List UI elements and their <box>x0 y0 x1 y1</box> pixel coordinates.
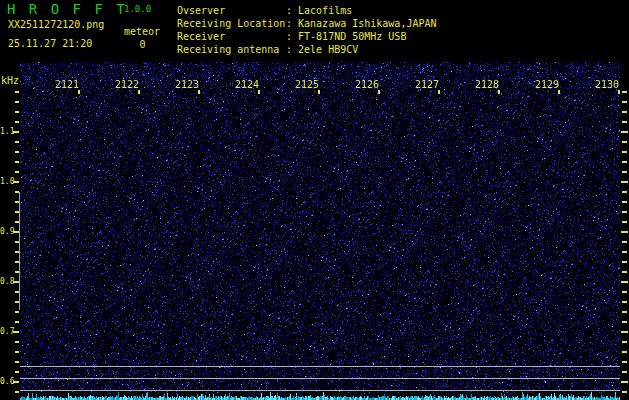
minute-tick <box>78 90 80 94</box>
freq-tick-left <box>13 131 19 133</box>
x-axis-time-label: 2121 <box>55 79 79 90</box>
freq-tick-left <box>15 261 19 263</box>
freq-tick-left <box>15 101 19 103</box>
freq-tick-right <box>621 131 628 133</box>
info-value: Lacofilms <box>298 5 352 16</box>
freq-tick-left <box>15 301 19 303</box>
freq-tick-left <box>15 141 19 143</box>
y-axis-unit-label: kHz <box>1 75 19 86</box>
x-axis-time-label: 2126 <box>355 79 379 90</box>
freq-tick-left <box>15 311 19 313</box>
x-axis-time-label: 2129 <box>535 79 559 90</box>
freq-tick-left <box>15 201 19 203</box>
meteor-count-label: meteor <box>124 26 160 37</box>
freq-tick-right <box>622 151 627 153</box>
freq-tick-right <box>621 381 628 383</box>
freq-tick-left <box>13 281 19 283</box>
hrofft-window: H R O F F T 1.0.0 XX2511272120.png meteo… <box>0 0 629 400</box>
freq-tick-left <box>15 321 19 323</box>
freq-tick-right <box>622 111 627 113</box>
x-axis-time-label: 2130 <box>595 79 619 90</box>
freq-tick-right <box>622 161 627 163</box>
station-info-block: Ovserver:LacofilmsReceiving Location:Kan… <box>177 4 437 56</box>
freq-tick-left <box>15 211 19 213</box>
freq-tick-right <box>622 391 627 393</box>
info-value: 2ele HB9CV <box>298 44 358 55</box>
freq-tick-left <box>15 121 19 123</box>
y-axis-freq-label: 0.6 <box>0 377 13 386</box>
freq-tick-right <box>622 371 627 373</box>
freq-tick-left <box>15 111 19 113</box>
freq-tick-left <box>15 371 19 373</box>
freq-tick-left <box>13 181 19 183</box>
minute-tick <box>618 90 620 94</box>
freq-tick-right <box>622 301 627 303</box>
freq-tick-right <box>622 241 627 243</box>
freq-tick-right <box>621 181 628 183</box>
freq-tick-left <box>15 91 19 93</box>
info-separator: : <box>286 44 292 55</box>
minute-tick <box>498 90 500 94</box>
info-value: Kanazawa Ishikawa,JAPAN <box>298 18 436 29</box>
minute-tick <box>258 90 260 94</box>
x-axis-time-label: 2122 <box>115 79 139 90</box>
station-info-row: Ovserver:Lacofilms <box>177 4 437 17</box>
freq-tick-right <box>622 251 627 253</box>
freq-tick-left <box>13 331 19 333</box>
freq-tick-left <box>13 381 19 383</box>
freq-tick-left <box>15 191 19 193</box>
info-label: Receiving antenna <box>177 43 286 56</box>
output-filename: XX2511272120.png <box>8 19 104 30</box>
minute-tick <box>438 90 440 94</box>
info-value: FT-817ND 50MHz USB <box>298 31 406 42</box>
x-axis-time-label: 2128 <box>475 79 499 90</box>
freq-tick-left <box>15 351 19 353</box>
freq-tick-right <box>622 361 627 363</box>
minute-tick <box>198 90 200 94</box>
freq-tick-right <box>622 351 627 353</box>
freq-tick-right <box>621 281 628 283</box>
station-info-row: Receiving antenna:2ele HB9CV <box>177 43 437 56</box>
freq-tick-right <box>621 331 628 333</box>
minute-tick <box>378 90 380 94</box>
app-title: H R O F F T <box>7 1 127 17</box>
freq-tick-right <box>622 121 627 123</box>
spectrogram-canvas <box>20 62 620 400</box>
freq-tick-left <box>15 271 19 273</box>
minute-tick <box>558 90 560 94</box>
station-info-row: Receiving Location:Kanazawa Ishikawa,JAP… <box>177 17 437 30</box>
freq-tick-left <box>15 161 19 163</box>
freq-tick-left <box>15 171 19 173</box>
freq-tick-left <box>15 221 19 223</box>
freq-tick-left <box>15 241 19 243</box>
meteor-count-value: 0 <box>124 39 161 50</box>
y-axis-freq-label: 1.0 <box>0 177 13 186</box>
freq-tick-right <box>622 271 627 273</box>
freq-tick-left <box>15 361 19 363</box>
freq-tick-right <box>622 141 627 143</box>
freq-tick-right <box>622 201 627 203</box>
info-separator: : <box>286 5 292 16</box>
freq-tick-left <box>15 391 19 393</box>
x-axis-time-label: 2125 <box>295 79 319 90</box>
freq-tick-left <box>13 231 19 233</box>
freq-tick-right <box>622 341 627 343</box>
minute-tick <box>138 90 140 94</box>
station-info-row: Receiver:FT-817ND 50MHz USB <box>177 30 437 43</box>
freq-tick-left <box>15 341 19 343</box>
freq-tick-right <box>622 221 627 223</box>
info-separator: : <box>286 18 292 29</box>
freq-tick-right <box>622 321 627 323</box>
freq-tick-right <box>622 101 627 103</box>
observation-datetime: 25.11.27 21:20 <box>8 38 92 49</box>
x-axis-time-label: 2123 <box>175 79 199 90</box>
freq-tick-right <box>622 191 627 193</box>
minute-tick <box>318 90 320 94</box>
x-axis-time-label: 2127 <box>415 79 439 90</box>
freq-tick-right <box>621 231 628 233</box>
freq-tick-right <box>622 171 627 173</box>
freq-tick-left <box>15 251 19 253</box>
y-axis-freq-label: 1.1 <box>0 127 13 136</box>
info-label: Ovserver <box>177 4 286 17</box>
y-axis-freq-label: 0.9 <box>0 227 13 236</box>
